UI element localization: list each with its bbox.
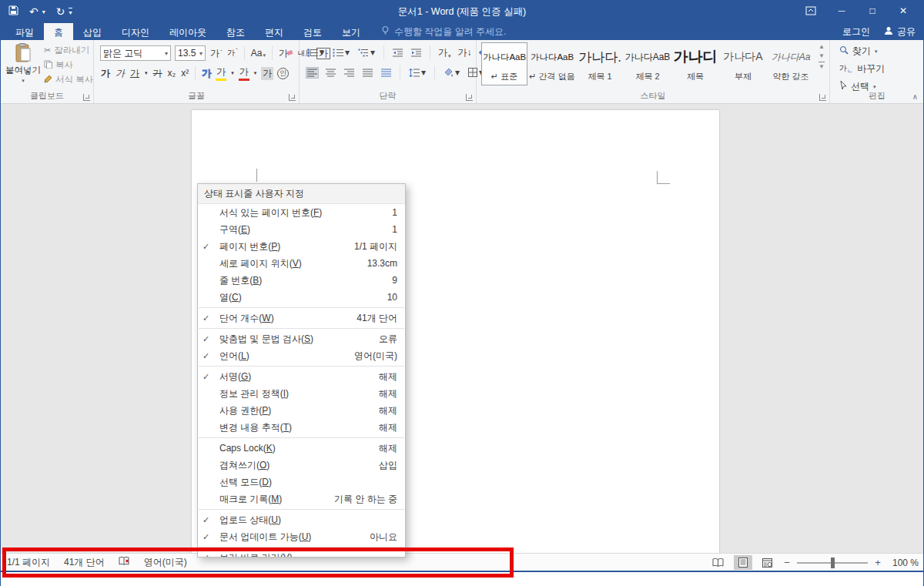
change-case-button[interactable]: Aa▾ (250, 48, 266, 59)
styles-scroll-up-icon[interactable]: ▲ (819, 43, 825, 50)
status-menu-item[interactable]: ✓서명(G)해제 (198, 368, 405, 385)
status-menu-item[interactable]: 변경 내용 추적(T)해제 (198, 419, 405, 436)
tab-파일[interactable]: 파일 (5, 23, 44, 40)
status-menu-item[interactable]: ✓페이지 번호(P)1/1 페이지 (198, 238, 405, 255)
status-menu-item[interactable]: 사용 권한(P)해제 (198, 402, 405, 419)
status-menu-item[interactable]: 정보 관리 정책(I)해제 (198, 385, 405, 402)
font-color-button[interactable]: 가 (239, 65, 249, 81)
styles-dialog-launcher-icon[interactable] (819, 94, 826, 101)
zoom-slider-handle[interactable] (831, 558, 835, 568)
styles-scroll-down-icon[interactable]: ▼ (819, 52, 825, 59)
find-button[interactable]: 찾기▾ (839, 45, 885, 58)
text-effects-button[interactable]: 가 (201, 67, 212, 80)
clipboard-dialog-launcher-icon[interactable] (83, 94, 90, 101)
distribute-button[interactable] (380, 67, 393, 79)
line-spacing-button[interactable]: ▾ (407, 65, 427, 79)
close-button[interactable]: ✕ (888, 0, 919, 22)
replace-button[interactable]: 가ㄴ 바꾸기 (839, 62, 885, 75)
zoom-percent-label[interactable]: 100 % (892, 558, 919, 568)
highlight-color-button[interactable]: 가 (216, 65, 226, 81)
style-card-제목 2[interactable]: 가나다AaB제목 2 (624, 42, 671, 85)
status-menu-item[interactable]: ✓문서 업데이트 가능(U)아니요 (198, 528, 405, 545)
style-card-제목[interactable]: 가나디제목 (672, 42, 718, 85)
tab-검토[interactable]: 검토 (293, 23, 332, 40)
minimize-button[interactable]: ─ (826, 0, 857, 22)
underline-button[interactable]: 가 (129, 67, 140, 80)
status-menu-item[interactable]: Caps Lock(K)해제 (198, 440, 405, 457)
cut-button[interactable]: ✂ 잘라내기 (44, 45, 93, 56)
print-layout-button[interactable] (734, 555, 752, 570)
strikethrough-button[interactable]: 가 (152, 67, 163, 80)
tab-홈[interactable]: 홈 (44, 23, 73, 40)
multilevel-list-button[interactable]: ▾ (357, 45, 377, 59)
style-card-부제[interactable]: 가나다A부제 (720, 42, 766, 85)
increase-indent-button[interactable] (410, 47, 423, 59)
menu-item-value: 오류 (379, 333, 397, 346)
status-menu-item[interactable]: 매크로 기록(M)기록 안 하는 중 (198, 491, 405, 507)
justify-button[interactable] (361, 67, 374, 79)
tab-삽입[interactable]: 삽입 (73, 23, 112, 40)
sort-button[interactable]: 가↓ (457, 46, 473, 59)
copy-button[interactable]: 복사 (44, 59, 93, 71)
share-button[interactable]: 공유 (884, 25, 916, 39)
status-menu-item[interactable]: 세로 페이지 위치(V)13.3cm (198, 255, 405, 272)
style-card-간격 없음[interactable]: 가나다AaB↵ 간격 없음 (529, 42, 575, 85)
maximize-button[interactable]: □ (857, 0, 888, 22)
tab-참조[interactable]: 참조 (216, 23, 255, 40)
status-menu-item[interactable]: 겹쳐쓰기(O)삽입 (198, 457, 405, 474)
status-menu-item[interactable]: 열(C)10 (198, 289, 405, 306)
status-menu-item[interactable]: 선택 모드(D) (198, 474, 405, 491)
status-menu-item[interactable]: ✓단어 개수(W)41개 단어 (198, 310, 405, 326)
enclose-characters-button[interactable]: 인 (277, 68, 289, 79)
tab-디자인[interactable]: 디자인 (112, 23, 159, 40)
shading-button[interactable]: ▾ (442, 65, 461, 79)
font-dialog-launcher-icon[interactable] (289, 94, 296, 101)
tab-레이아웃[interactable]: 레이아웃 (159, 23, 216, 40)
align-left-button[interactable] (306, 67, 319, 79)
style-card-약한 강조[interactable]: 가나다Aa약한 강조 (768, 42, 814, 85)
tab-보기[interactable]: 보기 (332, 23, 370, 40)
zoom-in-button[interactable]: + (874, 557, 882, 568)
sign-in-button[interactable]: 로그인 (842, 25, 870, 39)
grow-font-button[interactable]: 가ˆ (209, 47, 223, 60)
character-shading-button[interactable]: 가 (261, 67, 273, 80)
decrease-indent-button[interactable] (391, 47, 404, 59)
status-menu-item[interactable]: 서식 있는 페이지 번호(F)1 (198, 204, 405, 221)
styles-more-icon[interactable]: ▼ (819, 62, 825, 70)
numbering-button[interactable]: ▾ (331, 45, 351, 59)
format-painter-button[interactable]: 서식 복사 (44, 74, 93, 85)
style-card-표준[interactable]: 가나다AaB↵ 표준 (481, 42, 527, 85)
status-menu-item[interactable]: ✓언어(L)영어(미국) (198, 347, 405, 364)
align-center-button[interactable] (324, 67, 337, 79)
font-size-combo[interactable]: 13.5▾ (175, 45, 206, 61)
paste-dropdown-icon[interactable]: ▾ (22, 78, 25, 84)
read-mode-button[interactable] (709, 555, 728, 570)
web-layout-button[interactable] (758, 555, 777, 570)
status-menu-item[interactable]: 구역(E)1 (198, 221, 405, 238)
collapse-ribbon-icon[interactable]: ∧ (912, 92, 918, 101)
status-menu-item[interactable]: ✓맞춤법 및 문법 검사(S)오류 (198, 330, 405, 347)
superscript-button[interactable]: x² (180, 68, 189, 79)
highlight-dropdown-icon[interactable]: ▾ (230, 70, 235, 76)
align-right-button[interactable] (343, 67, 356, 79)
font-color-dropdown-icon[interactable]: ▾ (253, 70, 258, 76)
tell-me-box[interactable]: 수행할 작업을 알려 주세요. (381, 23, 506, 40)
bold-button[interactable]: 가 (100, 67, 111, 80)
clear-formatting-button[interactable]: 가 (278, 47, 293, 60)
italic-button[interactable]: 가 (115, 67, 126, 80)
paragraph-dialog-launcher-icon[interactable] (466, 94, 473, 101)
zoom-slider[interactable] (797, 562, 868, 564)
tab-편지[interactable]: 편지 (255, 23, 293, 40)
ribbon-display-options-button[interactable] (795, 0, 826, 22)
style-card-제목 1[interactable]: 가나다.제목 1 (577, 42, 623, 85)
shrink-font-button[interactable]: 가ˇ (226, 48, 238, 59)
font-name-combo[interactable]: 맑은 고딕▾ (100, 45, 171, 61)
status-menu-item[interactable]: 줄 번호(B)9 (198, 272, 405, 289)
underline-dropdown-icon[interactable]: ▾ (144, 70, 149, 76)
paste-label: 붙여넣기 (5, 65, 41, 76)
zoom-out-button[interactable]: − (783, 557, 791, 568)
subscript-button[interactable]: x₂ (167, 68, 177, 79)
text-direction-button[interactable]: 가▾ (437, 46, 452, 59)
status-menu-item[interactable]: ✓업로드 상태(U) (198, 511, 405, 528)
bullets-button[interactable]: ▾ (306, 45, 326, 59)
